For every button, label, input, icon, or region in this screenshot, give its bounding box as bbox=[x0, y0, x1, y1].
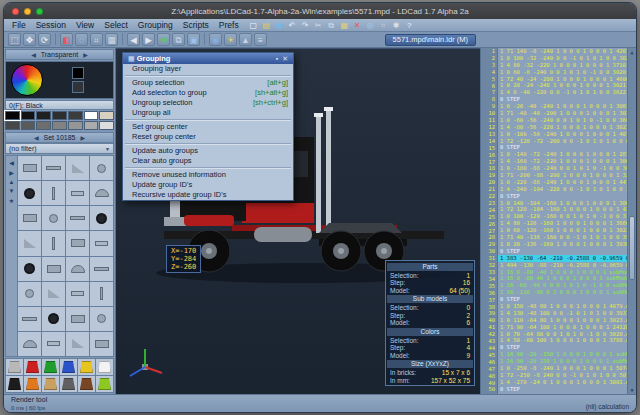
close-window-button[interactable] bbox=[12, 8, 19, 15]
camera-view-icon[interactable]: ◉ bbox=[209, 33, 222, 46]
duplicate-icon[interactable]: ⧉ bbox=[172, 33, 185, 46]
color-swatch[interactable] bbox=[68, 121, 83, 130]
copy-icon[interactable]: ⧉ bbox=[326, 20, 337, 31]
code-line[interactable]: 1 0 -100 -56 -240 1 0 0 0 1 0 0 0 1 4079… bbox=[498, 131, 627, 138]
part-thumbnail[interactable] bbox=[90, 206, 113, 230]
menu-file[interactable]: File bbox=[7, 20, 31, 30]
color-bin-item[interactable] bbox=[78, 376, 95, 392]
popup-item-remove-unused-information[interactable]: Remove unused information bbox=[123, 170, 293, 180]
open-folder-icon[interactable]: ▤ bbox=[261, 20, 272, 31]
popup-item-reset-group-center[interactable]: Reset group center bbox=[123, 132, 293, 142]
color-swatch[interactable] bbox=[84, 111, 99, 120]
menu-select[interactable]: Select bbox=[99, 20, 133, 30]
code-line[interactable]: 1 0 60 -8 -240 0 0 1 0 1 0 -1 0 0 3020.d… bbox=[498, 69, 627, 76]
menu-session[interactable]: Session bbox=[31, 20, 71, 30]
code-line[interactable]: 1 0 -250 -8 -240 1 0 0 0 1 0 0 0 1 50745… bbox=[498, 365, 627, 372]
color-tool-icon[interactable]: ◧ bbox=[60, 33, 73, 46]
scrollbar-thumb[interactable] bbox=[629, 216, 635, 280]
code-lines[interactable]: 1 71 140 -8 -240 1 0 0 0 1 0 0 0 1 4207.… bbox=[498, 48, 627, 394]
part-thumbnail[interactable] bbox=[18, 257, 41, 281]
code-line[interactable]: 1 72 -250 -8 240 0 0 -1 0 1 0 1 0 0 5074… bbox=[498, 372, 627, 379]
part-thumbnail[interactable] bbox=[66, 332, 89, 356]
bin-down-icon[interactable]: ▼ bbox=[9, 188, 15, 194]
color-prev-icon[interactable]: ◀ bbox=[31, 51, 36, 58]
bin-up-icon[interactable]: ▲ bbox=[9, 179, 15, 185]
part-thumbnail[interactable] bbox=[18, 206, 41, 230]
popup-item-ungroup-all[interactable]: Ungroup all bbox=[123, 108, 293, 118]
part-thumbnail[interactable] bbox=[66, 231, 89, 255]
code-line[interactable]: 1 4 -240 -104 -220 0 0 -1 0 1 0 1 0 0 30… bbox=[498, 186, 627, 193]
code-line[interactable]: 0 STEP bbox=[498, 386, 627, 393]
code-line[interactable]: 1 0 -60 -56 -240 0 0 1 0 1 0 -1 0 0 3666… bbox=[498, 117, 627, 124]
code-line[interactable]: 0 STEP bbox=[498, 144, 627, 151]
color-bin-item[interactable] bbox=[6, 376, 23, 392]
popup-item-add-selection-to-group[interactable]: Add selection to group[sh+alt+g] bbox=[123, 88, 293, 98]
code-scrollbar[interactable]: ▲ ▼ bbox=[627, 48, 636, 394]
snap-toggle-icon[interactable]: ⌗ bbox=[90, 33, 103, 46]
code-line[interactable]: 1 71 90 -64 100 1 0 0 0 1 0 0 0 1 2412b.… bbox=[498, 324, 627, 331]
part-thumbnail[interactable] bbox=[18, 282, 41, 306]
color-bin-item[interactable] bbox=[60, 359, 77, 375]
part-thumbnail[interactable] bbox=[66, 156, 89, 180]
code-line[interactable]: 0 STEP bbox=[498, 193, 627, 200]
part-thumbnail[interactable] bbox=[42, 307, 65, 331]
code-line[interactable]: 1 71 -200 -88 -200 1 0 0 0 1 0 0 0 1 320… bbox=[498, 172, 627, 179]
code-line[interactable]: 1 0 60 -120 -160 1 0 0 0 1 0 0 0 1 3022.… bbox=[498, 227, 627, 234]
color-swatch[interactable] bbox=[99, 121, 114, 130]
render-mode-icon[interactable]: ▲ bbox=[239, 33, 252, 46]
color-bin-item[interactable] bbox=[24, 359, 41, 375]
paste-icon[interactable]: ▦ bbox=[339, 20, 350, 31]
part-thumbnail[interactable] bbox=[90, 282, 113, 306]
bin-forward-icon[interactable]: ▶ bbox=[80, 134, 85, 141]
document-tab[interactable]: 5571.mpd\main.ldr (M) bbox=[385, 34, 476, 46]
code-line[interactable]: 0 STEP bbox=[498, 96, 627, 103]
color-swatch[interactable] bbox=[52, 111, 67, 120]
code-line[interactable]: 1 0 20 -24 -240 1 0 0 0 1 0 0 0 1 3021.d… bbox=[498, 82, 627, 89]
color-swatch[interactable] bbox=[68, 111, 83, 120]
part-thumbnail[interactable] bbox=[18, 332, 41, 356]
code-line[interactable]: 1 16 90 -20 -150 1 0 0 0 1 0 0 0 1 subMo… bbox=[498, 351, 627, 358]
code-line[interactable]: 1 4 50 -80 100 1 0 0 0 1 0 0 0 1 3788.da… bbox=[498, 337, 627, 344]
code-line[interactable]: 1 0 140 -104 -160 1 0 0 0 1 0 0 0 1 3003… bbox=[498, 200, 627, 207]
code-line[interactable]: 1 71 -40 -40 -200 1 0 0 0 1 0 0 0 1 3034… bbox=[498, 110, 627, 117]
part-thumbnail[interactable] bbox=[90, 257, 113, 281]
color-bin-item[interactable] bbox=[96, 376, 113, 392]
menu-prefs[interactable]: Prefs bbox=[214, 20, 244, 30]
color-swatch[interactable] bbox=[99, 111, 114, 120]
grouping-popup-titlebar[interactable]: ▦ Grouping ▪ ✕ bbox=[123, 53, 293, 64]
popup-pin-icon[interactable]: ▪ bbox=[276, 55, 278, 62]
code-line[interactable]: 1 0 -140 -72 -240 1 0 0 0 1 0 0 0 1 2877… bbox=[498, 151, 627, 158]
cut-icon[interactable]: ✂ bbox=[313, 20, 324, 31]
color-bin-item[interactable] bbox=[24, 376, 41, 392]
alt-color-chip[interactable] bbox=[72, 81, 84, 93]
code-line[interactable]: 1 0 100 -120 -160 0 0 1 0 1 0 -1 0 0 371… bbox=[498, 213, 627, 220]
color-swatch[interactable] bbox=[5, 111, 20, 120]
zoom-window-button[interactable] bbox=[36, 8, 43, 15]
undo-icon[interactable]: ↶ bbox=[287, 20, 298, 31]
color-swatch[interactable] bbox=[84, 121, 99, 130]
color-next-icon[interactable]: ▶ bbox=[83, 51, 88, 58]
color-panel-header[interactable]: ◀ Transparent ▶ bbox=[5, 49, 114, 60]
popup-item-set-group-center[interactable]: Set group center bbox=[123, 122, 293, 132]
code-line[interactable]: 0 STEP bbox=[498, 248, 627, 255]
minimize-window-button[interactable] bbox=[24, 8, 31, 15]
code-line[interactable]: 1 4 -80 -56 -220 1 0 0 0 1 0 0 0 1 3023.… bbox=[498, 124, 627, 131]
step-next-icon[interactable]: ▶ bbox=[142, 33, 155, 46]
code-line-selected[interactable]: 1 383 -130 -64 -210 -0.2588 0 -0.9659 0 … bbox=[498, 255, 627, 262]
move-mode-icon[interactable]: ✥ bbox=[23, 33, 36, 46]
part-filter-dropdown[interactable]: (no filter) ▼ bbox=[5, 143, 114, 154]
scroll-up-icon[interactable]: ▲ bbox=[628, 48, 636, 56]
save-icon[interactable]: ▣ bbox=[274, 20, 285, 31]
part-thumbnail[interactable] bbox=[42, 332, 65, 356]
color-bin-item[interactable] bbox=[96, 359, 113, 375]
grid-icon[interactable]: ⌗ bbox=[378, 20, 389, 31]
code-line[interactable]: 1 4 80 -32 -220 1 0 0 0 1 0 0 0 1 3710.d… bbox=[498, 62, 627, 69]
popup-item-ungroup-selection[interactable]: Ungroup selection[sh+ctrl+g] bbox=[123, 98, 293, 108]
color-bin-item[interactable] bbox=[6, 359, 23, 375]
settings-icon[interactable]: ✱ bbox=[391, 20, 402, 31]
code-line[interactable]: 1 0 110 -64 80 1 0 0 0 1 0 0 0 1 3023.da… bbox=[498, 317, 627, 324]
part-thumbnail[interactable] bbox=[90, 181, 113, 205]
color-swatch[interactable] bbox=[21, 121, 36, 130]
code-line[interactable]: 1 72 120 -104 -160 1 0 0 0 1 0 0 0 1 428… bbox=[498, 206, 627, 213]
help-icon[interactable]: ? bbox=[404, 20, 415, 31]
